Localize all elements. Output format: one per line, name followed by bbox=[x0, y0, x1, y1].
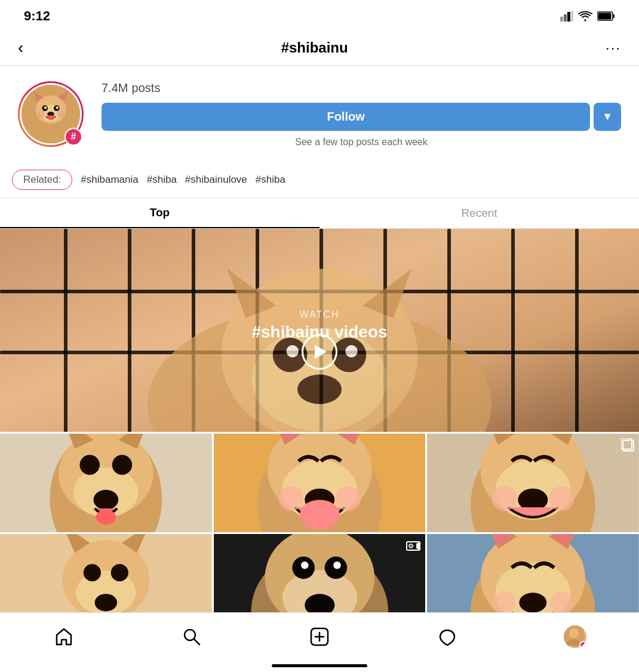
svg-point-22 bbox=[57, 111, 64, 118]
search-nav-button[interactable] bbox=[174, 622, 210, 652]
profile-section: # 7.4M posts Follow ▼ See a few top post… bbox=[0, 66, 639, 162]
hashtag-avatar: # bbox=[18, 81, 84, 147]
svg-rect-6 bbox=[598, 13, 612, 20]
bottom-nav bbox=[0, 612, 639, 672]
svg-point-85 bbox=[333, 561, 341, 569]
follow-subtitle: See a few top posts each week bbox=[102, 137, 621, 148]
follow-row: Follow ▼ bbox=[102, 103, 621, 131]
profile-nav-avatar bbox=[564, 625, 586, 648]
svg-point-76 bbox=[111, 564, 128, 581]
tab-recent[interactable]: Recent bbox=[320, 198, 639, 228]
status-icons bbox=[560, 11, 615, 22]
svg-point-18 bbox=[56, 106, 59, 109]
related-label[interactable]: Related: bbox=[12, 170, 72, 190]
svg-point-56 bbox=[336, 486, 361, 511]
signal-icon bbox=[560, 11, 573, 22]
grid-cell-2[interactable] bbox=[214, 434, 426, 532]
home-indicator bbox=[272, 664, 367, 667]
more-button[interactable]: ··· bbox=[606, 39, 621, 56]
back-button[interactable]: ‹ bbox=[18, 38, 23, 57]
svg-point-77 bbox=[95, 594, 118, 611]
play-button[interactable] bbox=[302, 334, 337, 370]
svg-point-54 bbox=[300, 500, 340, 530]
status-bar: 9:12 bbox=[0, 0, 639, 30]
profile-nav-button[interactable] bbox=[557, 622, 593, 652]
battery-icon bbox=[597, 11, 615, 21]
status-time: 9:12 bbox=[24, 8, 50, 24]
svg-point-40 bbox=[80, 455, 100, 475]
photo-grid bbox=[0, 434, 639, 534]
related-tag-4[interactable]: #shiba bbox=[256, 174, 285, 186]
svg-line-104 bbox=[194, 639, 199, 645]
svg-point-66 bbox=[549, 486, 575, 511]
wifi-icon bbox=[578, 11, 592, 22]
svg-rect-3 bbox=[571, 11, 573, 22]
svg-point-30 bbox=[286, 345, 299, 358]
related-tag-3[interactable]: #shibainulove bbox=[185, 174, 247, 186]
svg-marker-88 bbox=[416, 542, 420, 550]
create-nav-button[interactable] bbox=[302, 622, 337, 652]
svg-point-102 bbox=[551, 591, 573, 614]
svg-point-84 bbox=[301, 561, 309, 569]
reel-icon bbox=[406, 539, 420, 556]
svg-point-101 bbox=[493, 591, 516, 614]
svg-point-43 bbox=[96, 510, 116, 524]
grid-cell-3[interactable] bbox=[427, 434, 639, 532]
svg-point-41 bbox=[112, 455, 132, 475]
follow-button[interactable]: Follow bbox=[102, 103, 590, 131]
svg-point-109 bbox=[569, 628, 579, 638]
svg-point-100 bbox=[520, 593, 547, 612]
nav-bar: ‹ #shibainu ··· bbox=[0, 30, 639, 66]
posts-number: 7.4M bbox=[102, 81, 128, 94]
home-nav-button[interactable] bbox=[46, 622, 82, 652]
video-banner[interactable]: WATCH #shibainu videos bbox=[0, 229, 639, 432]
posts-count: 7.4M posts bbox=[102, 80, 621, 96]
svg-point-32 bbox=[297, 375, 342, 404]
svg-point-31 bbox=[345, 345, 358, 358]
posts-label: posts bbox=[132, 81, 161, 94]
svg-point-90 bbox=[410, 545, 411, 547]
hash-badge: # bbox=[64, 128, 82, 146]
svg-point-17 bbox=[44, 106, 47, 109]
content-tabs: Top Recent bbox=[0, 198, 639, 229]
svg-point-75 bbox=[84, 564, 101, 581]
profile-info: 7.4M posts Follow ▼ See a few top posts … bbox=[102, 80, 621, 148]
activity-nav-button[interactable] bbox=[429, 622, 465, 652]
follow-dropdown-button[interactable]: ▼ bbox=[594, 103, 621, 131]
play-icon bbox=[315, 345, 327, 359]
svg-rect-5 bbox=[613, 14, 615, 18]
svg-point-55 bbox=[278, 486, 303, 511]
svg-point-65 bbox=[492, 486, 517, 511]
page-title: #shibainu bbox=[281, 39, 348, 56]
svg-rect-1 bbox=[564, 14, 567, 22]
grid-cell-1[interactable] bbox=[0, 434, 212, 532]
svg-point-42 bbox=[93, 490, 118, 510]
profile-notification-dot bbox=[579, 641, 586, 648]
related-tags-section: Related: #shibamania #shiba #shibainulov… bbox=[0, 162, 639, 198]
tab-top[interactable]: Top bbox=[0, 198, 320, 228]
svg-rect-2 bbox=[567, 12, 570, 22]
watch-label: WATCH bbox=[251, 309, 387, 320]
related-tag-1[interactable]: #shibamania bbox=[81, 174, 138, 186]
multiple-images-icon bbox=[621, 438, 634, 455]
svg-point-21 bbox=[38, 111, 45, 118]
svg-rect-0 bbox=[560, 17, 563, 22]
related-tag-2[interactable]: #shiba bbox=[147, 174, 177, 186]
